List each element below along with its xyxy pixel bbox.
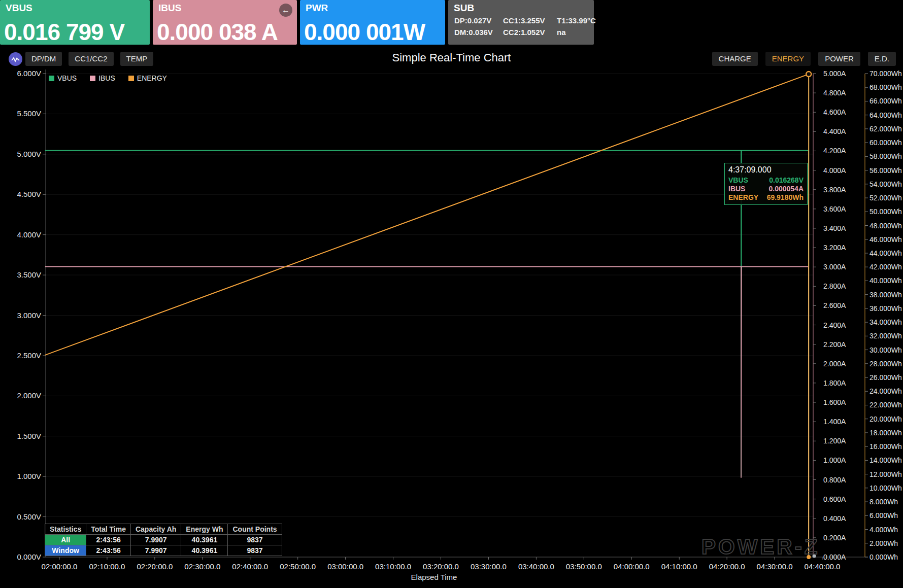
tab-charge[interactable]: CHARGE (712, 52, 758, 66)
pwr-meter-panel[interactable]: PWR 0.000 001W (300, 0, 445, 45)
pwr-meter-value: 0.000 001W (304, 20, 425, 44)
y-axis-volts-tick-label: 1.500V (17, 432, 41, 440)
power-z-watermark-logo: POWER-Z (701, 535, 820, 559)
y-axis-wh-tick-label: 40.000Wh (869, 276, 902, 285)
y-axis-wh-tick-label: 46.000Wh (869, 235, 902, 244)
y-axis-amps-tick-label: 4.400A (823, 127, 846, 135)
y-axis-volts-tick-label: 2.500V (17, 351, 41, 360)
y-axis-amps-tick-label: 4.000A (823, 166, 846, 175)
x-axis-tick-label: 03:20:00.0 (423, 562, 459, 571)
x-axis-tick-label: 02:50:00.0 (280, 562, 316, 571)
y-axis-wh-tick-label: 68.000Wh (869, 83, 902, 91)
y-axis-wh-tick-label: 60.000Wh (869, 139, 902, 147)
left-tab-group: DP/DM CC1/CC2 TEMP (25, 52, 153, 66)
tooltip-energy-label: ENERGY (728, 193, 758, 202)
y-axis-volts-tick-label: 3.000V (17, 311, 41, 320)
sub-meter-panel[interactable]: SUB DP:0.027V CC1:3.255V T1:33.99°C DM:0… (448, 0, 594, 45)
tab-dpdm[interactable]: DP/DM (25, 52, 62, 66)
legend-item-energy[interactable]: ENERGY (128, 74, 167, 82)
x-axis-tick-label: 02:20:00.0 (137, 562, 173, 571)
y-axis-volts-tick-label: 5.500V (17, 109, 41, 118)
legend-item-vbus[interactable]: VBUS (49, 74, 77, 82)
y-axis-amps-tick-label: 3.800A (823, 186, 846, 194)
back-arrow-icon[interactable]: ← (279, 4, 292, 17)
tooltip-row-vbus: VBUS 0.016268V (728, 176, 804, 185)
y-axis-wh-tick-label: 58.000Wh (869, 152, 902, 160)
y-axis-wh-tick-label: 42.000Wh (869, 263, 902, 271)
energy-legend-swatch (128, 76, 134, 81)
y-axis-amps-tick-label: 3.200A (823, 244, 846, 252)
y-axis-wh-tick-label: 48.000Wh (869, 222, 902, 230)
ibus-legend-swatch (90, 76, 95, 81)
y-axis-amps-tick-label: 1.200A (823, 437, 846, 445)
y-axis-wh-tick-label: 4.000Wh (869, 526, 898, 534)
y-axis-wh-tick-label: 28.000Wh (869, 360, 902, 368)
x-axis-tick-label: 02:10:00.0 (89, 562, 125, 571)
y-axis-amps-tick-label: 0.200A (823, 534, 846, 542)
power-z-app-window: 0.000V0.500V1.000V1.500V2.000V2.500V3.00… (0, 0, 903, 588)
tab-energy[interactable]: ENERGY (765, 52, 811, 66)
stats-window-count: 9837 (228, 545, 282, 556)
y-axis-wh-tick-label: 50.000Wh (869, 207, 902, 216)
sub-dm-value: DM:0.036V (454, 28, 503, 37)
tab-cc1cc2[interactable]: CC1/CC2 (69, 52, 113, 66)
y-axis-wh-tick-label: 38.000Wh (869, 291, 902, 299)
y-axis-amps-tick-label: 2.600A (823, 301, 846, 309)
y-axis-amps-tick-label: 2.400A (823, 321, 846, 329)
y-axis-wh-tick-label: 52.000Wh (869, 194, 902, 202)
x-axis-tick-label: 03:50:00.0 (566, 562, 602, 571)
vbus-meter-label: VBUS (6, 3, 32, 14)
toolbar: DP/DM CC1/CC2 TEMP Simple Real-Time Char… (0, 50, 903, 70)
y-axis-wh-tick-label: 26.000Wh (869, 373, 902, 382)
y-axis-volts-tick-label: 0.500V (17, 512, 41, 521)
stats-all-total-time: 2:43:56 (86, 535, 131, 545)
chart-canvas[interactable]: 0.000V0.500V1.000V1.500V2.000V2.500V3.00… (0, 0, 903, 588)
y-axis-amps-tick-label: 3.400A (823, 224, 846, 232)
ibus-meter-panel[interactable]: IBUS ← 0.000 038 A (153, 0, 297, 45)
y-axis-wh-tick-label: 70.000Wh (869, 70, 902, 78)
chart-legend: VBUS IBUS ENERGY (49, 74, 167, 82)
legend-item-ibus[interactable]: IBUS (90, 74, 115, 82)
y-axis-amps-tick-label: 1.400A (823, 418, 846, 426)
statistics-header-row: Statistics Total Time Capacity Ah Energy… (45, 524, 282, 535)
waveform-app-icon[interactable] (9, 52, 22, 66)
series-line-vbus (45, 151, 809, 556)
y-axis-amps-tick-label: 1.800A (823, 379, 846, 387)
stats-header-total-time: Total Time (86, 524, 131, 535)
y-axis-amps-tick-label: 2.800A (823, 282, 846, 290)
y-axis-wh-tick-label: 44.000Wh (869, 249, 902, 257)
x-axis-tick-label: 04:00:00.0 (614, 562, 650, 571)
x-axis-tick-label: 02:00:00.0 (42, 562, 78, 571)
stats-window-total-time: 2:43:56 (86, 545, 131, 556)
sub-dp-value: DP:0.027V (454, 16, 503, 25)
y-axis-wh-tick-label: 66.000Wh (869, 97, 902, 105)
sub-na-value: na (557, 28, 596, 37)
stats-window-capacity: 7.9907 (130, 545, 181, 556)
vbus-meter-panel[interactable]: VBUS 0.016 799 V (0, 0, 150, 45)
y-axis-wh-tick-label: 62.000Wh (869, 125, 902, 133)
y-axis-wh-tick-label: 18.000Wh (869, 429, 902, 437)
y-axis-wh-tick-label: 8.000Wh (869, 498, 898, 506)
y-axis-volts-tick-label: 6.000V (17, 69, 41, 78)
y-axis-amps-tick-label: 0.800A (823, 476, 846, 484)
y-axis-amps-tick-label: 4.200A (823, 147, 846, 155)
y-axis-amps-tick-label: 1.600A (823, 398, 846, 406)
tab-ed[interactable]: E.D. (868, 52, 896, 66)
stats-all-name: All (45, 535, 86, 545)
y-axis-amps-tick-label: 4.600A (823, 108, 846, 116)
y-axis-wh-tick-label: 2.000Wh (869, 539, 898, 547)
x-axis-tick-label: 02:30:00.0 (184, 562, 220, 571)
sub-meter-label: SUB (454, 3, 474, 14)
y-axis-volts-tick-label: 0.000V (17, 552, 41, 561)
y-axis-wh-tick-label: 22.000Wh (869, 401, 902, 409)
y-axis-volts-tick-label: 1.000V (17, 472, 41, 480)
y-axis-wh-tick-label: 14.000Wh (869, 456, 902, 464)
y-axis-amps-tick-label: 1.000A (823, 456, 846, 464)
y-axis-wh-tick-label: 6.000Wh (869, 511, 898, 520)
tab-temp[interactable]: TEMP (120, 52, 154, 66)
y-axis-volts-tick-label: 4.500V (17, 190, 41, 198)
tooltip-row-energy: ENERGY 69.9180Wh (728, 193, 804, 202)
x-axis-tick-label: 04:40:00.0 (805, 562, 841, 571)
y-axis-volts-tick-label: 4.000V (17, 230, 41, 239)
tab-power[interactable]: POWER (818, 52, 860, 66)
